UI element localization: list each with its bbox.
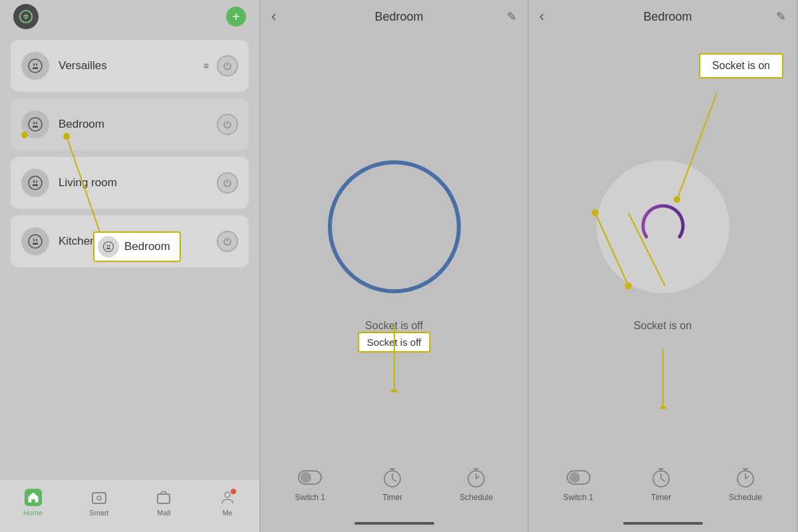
smart-icon — [90, 489, 108, 506]
svg-rect-25 — [92, 493, 106, 503]
svg-rect-19 — [107, 245, 108, 247]
svg-line-56 — [661, 479, 665, 481]
svg-rect-27 — [158, 494, 170, 503]
device-name-livingroom: Living room — [59, 176, 117, 190]
svg-point-28 — [225, 492, 230, 497]
nav-item-me[interactable]: Me — [219, 489, 236, 517]
svg-rect-4 — [36, 63, 37, 66]
edit-button-off[interactable]: ✎ — [507, 9, 517, 24]
svg-point-14 — [29, 235, 42, 248]
device-card-bedroom[interactable]: Bedroom — [11, 98, 249, 150]
socket-off-panel: ‹ Bedroom ✎ Socket is off Socket is off — [259, 0, 529, 532]
nav-item-home[interactable]: Home — [23, 489, 43, 517]
tab-timer-off[interactable]: Timer — [380, 466, 404, 502]
tab-schedule-label-off: Schedule — [460, 493, 493, 502]
svg-point-1 — [25, 17, 27, 19]
svg-rect-5 — [33, 67, 38, 69]
svg-point-51 — [660, 406, 666, 409]
power-circle-on[interactable] — [597, 160, 730, 293]
timer-icon-off — [380, 466, 404, 489]
switch1-icon-on — [567, 466, 591, 489]
device-list-panel: + Versailles ≡ — [0, 0, 259, 532]
svg-rect-8 — [36, 122, 37, 124]
svg-point-6 — [29, 118, 42, 131]
device-icon-versailles — [21, 52, 49, 80]
panel-on-body: Socket is on Socket is on — [529, 33, 797, 459]
bedroom-callout: Bedroom — [93, 231, 181, 262]
home-bar-on — [623, 522, 703, 525]
tab-schedule-off[interactable]: Schedule — [460, 466, 493, 502]
callout-bedroom-label: Bedroom — [124, 240, 170, 253]
top-bar: + — [0, 0, 259, 33]
panel-off-header: ‹ Bedroom ✎ — [261, 0, 527, 33]
power-symbol-on — [630, 194, 696, 260]
schedule-icon-off — [464, 466, 488, 489]
status-arrow-on — [656, 342, 670, 409]
power-button-versailles[interactable] — [217, 55, 238, 76]
device-icon-kitchen — [21, 227, 49, 255]
nav-label-smart: Smart — [89, 509, 108, 517]
device-name-bedroom: Bedroom — [59, 118, 104, 131]
power-button-livingroom[interactable] — [217, 172, 238, 194]
device-left-kitchen: Kitchen — [21, 227, 96, 255]
panel-off-tabs: Switch 1 Timer — [261, 459, 527, 519]
device-menu-versailles[interactable]: ≡ — [203, 61, 209, 71]
svg-rect-9 — [33, 126, 38, 128]
svg-rect-13 — [33, 184, 38, 186]
mall-icon — [155, 489, 172, 506]
tab-switch1-label-off: Switch 1 — [295, 493, 325, 502]
svg-point-32 — [301, 472, 311, 483]
nav-label-home: Home — [23, 509, 43, 517]
device-left-livingroom: Living room — [21, 169, 117, 197]
svg-rect-12 — [36, 180, 37, 183]
power-circle-off[interactable] — [328, 160, 461, 293]
tab-switch1-on[interactable]: Switch 1 — [563, 466, 593, 502]
back-button-on[interactable]: ‹ — [539, 8, 559, 25]
tab-timer-on[interactable]: Timer — [649, 466, 673, 502]
device-card-versailles[interactable]: Versailles ≡ — [11, 40, 249, 92]
nav-item-mall[interactable]: Mall — [155, 489, 172, 517]
tab-schedule-on[interactable]: Schedule — [729, 466, 762, 502]
svg-rect-15 — [33, 239, 35, 241]
socket-off-status-text: Socket is off — [365, 320, 423, 332]
socket-on-callout: Socket is on — [699, 53, 783, 78]
svg-point-18 — [104, 242, 114, 252]
bottom-navigation: Home Smart Mall — [0, 479, 259, 532]
socket-on-status-text: Socket is on — [634, 320, 692, 332]
home-icon — [25, 489, 42, 506]
panel-on-title: Bedroom — [643, 10, 692, 24]
edit-button-on[interactable]: ✎ — [776, 9, 786, 24]
panel-on-tabs: Switch 1 Timer — [529, 459, 797, 519]
home-indicator-on — [529, 519, 797, 532]
tab-switch1-label-on: Switch 1 — [563, 493, 593, 502]
tab-schedule-label-on: Schedule — [729, 493, 762, 502]
tab-timer-label-off: Timer — [382, 493, 402, 502]
svg-rect-20 — [109, 245, 110, 247]
svg-rect-17 — [33, 243, 38, 245]
power-button-kitchen[interactable] — [217, 231, 238, 252]
device-left-bedroom: Bedroom — [21, 110, 104, 138]
back-button-off[interactable]: ‹ — [271, 8, 291, 25]
svg-point-2 — [29, 59, 42, 72]
svg-point-53 — [569, 472, 580, 483]
svg-rect-21 — [106, 248, 110, 249]
tab-timer-label-on: Timer — [651, 493, 671, 502]
socket-on-annotation-box: Socket is on — [699, 53, 783, 78]
svg-point-10 — [29, 176, 42, 190]
svg-point-26 — [97, 496, 101, 500]
schedule-icon-on — [733, 466, 757, 489]
power-button-bedroom[interactable] — [217, 114, 238, 135]
socket-off-annotation-box: Socket is off — [358, 332, 430, 352]
device-icon-bedroom — [21, 110, 49, 138]
tab-switch1-off[interactable]: Switch 1 — [295, 466, 325, 502]
svg-rect-11 — [33, 180, 35, 183]
home-bar-off — [354, 522, 434, 525]
nav-label-me: Me — [222, 509, 232, 517]
svg-rect-7 — [33, 122, 35, 124]
device-name-kitchen: Kitchen — [59, 235, 96, 248]
nav-label-mall: Mall — [157, 509, 170, 517]
add-device-button[interactable]: + — [226, 7, 246, 27]
device-card-livingroom[interactable]: Living room — [11, 157, 249, 209]
nav-item-smart[interactable]: Smart — [89, 489, 108, 517]
socket-off-annotation: Socket is off — [358, 332, 430, 352]
